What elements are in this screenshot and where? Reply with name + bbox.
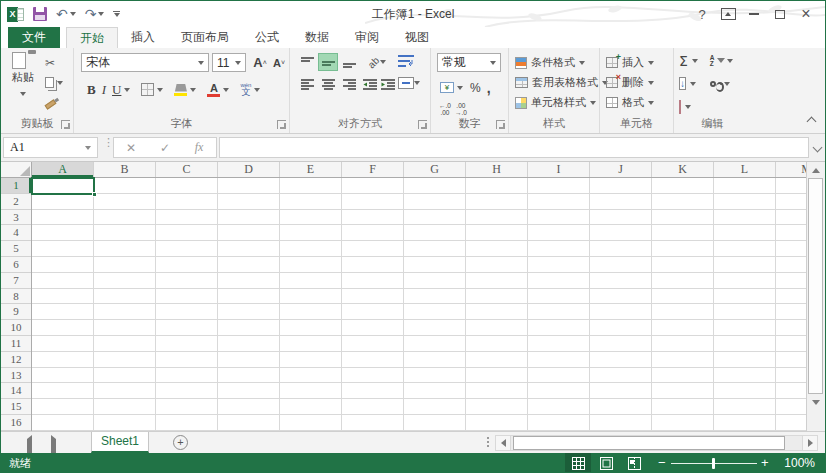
autosum-button[interactable]: Σ	[679, 53, 688, 69]
cancel-button[interactable]: ✕	[114, 138, 148, 157]
row-header-13[interactable]: 13	[1, 368, 31, 384]
row-header-11[interactable]: 11	[1, 336, 31, 352]
align-top-button[interactable]	[297, 53, 317, 71]
customize-qat-icon[interactable]	[113, 11, 120, 17]
zoom-slider-thumb[interactable]	[712, 458, 715, 469]
name-box[interactable]: A1	[3, 137, 98, 158]
page-layout-view-button[interactable]	[593, 453, 619, 473]
conditional-formatting-button[interactable]: 条件格式	[515, 54, 585, 71]
row-header-6[interactable]: 6	[1, 257, 31, 273]
tab-page-layout[interactable]: 页面布局	[168, 27, 242, 48]
vertical-scroll-thumb[interactable]	[808, 178, 823, 394]
scroll-up-button[interactable]	[807, 162, 825, 178]
font-color-dropdown-icon[interactable]	[223, 88, 229, 92]
row-header-1[interactable]: 1	[1, 178, 31, 194]
column-header-i[interactable]: I	[528, 162, 590, 177]
row-header-2[interactable]: 2	[1, 194, 31, 210]
undo-dropdown-icon[interactable]	[70, 12, 76, 16]
paste-dropdown-icon[interactable]	[20, 92, 26, 96]
cell-styles-button[interactable]: 单元格样式	[515, 94, 596, 111]
column-header-a[interactable]: A	[32, 162, 94, 177]
increase-decimal-button[interactable]: ←.0.00	[437, 102, 453, 116]
comma-style-button[interactable]: ,	[484, 78, 494, 98]
scroll-left-button[interactable]	[495, 435, 511, 451]
font-dialog-launcher-icon[interactable]	[277, 120, 286, 129]
column-header-j[interactable]: J	[590, 162, 652, 177]
fill-button[interactable]: ↓	[679, 77, 686, 90]
merge-center-button[interactable]	[394, 74, 424, 92]
ribbon-display-options-button[interactable]	[715, 3, 741, 25]
fill-color-dropdown-icon[interactable]	[190, 88, 196, 92]
page-break-preview-button[interactable]	[621, 453, 647, 473]
scroll-right-button[interactable]	[802, 435, 818, 451]
percent-style-button[interactable]: %	[467, 78, 484, 98]
tab-insert[interactable]: 插入	[118, 27, 168, 48]
redo-dropdown-icon[interactable]	[98, 12, 104, 16]
alignment-dialog-launcher-icon[interactable]	[418, 120, 427, 129]
scroll-down-button[interactable]	[807, 394, 825, 410]
delete-cells-button[interactable]: 删除	[606, 74, 654, 91]
accounting-format-button[interactable]: ¥	[437, 78, 457, 98]
new-sheet-button[interactable]: +	[173, 435, 188, 450]
accounting-dropdown-icon[interactable]	[457, 86, 463, 90]
paste-button[interactable]: 粘贴	[6, 53, 40, 119]
cut-button[interactable]: ✂	[45, 55, 63, 70]
column-header-b[interactable]: B	[94, 162, 156, 177]
undo-button[interactable]: ↶	[56, 7, 76, 21]
zoom-in-button[interactable]: +	[761, 453, 769, 473]
column-header-l[interactable]: L	[714, 162, 776, 177]
save-icon[interactable]	[33, 7, 47, 21]
clear-dropdown-icon[interactable]	[685, 105, 691, 109]
row-header-9[interactable]: 9	[1, 304, 31, 320]
orientation-button[interactable]: ab	[364, 53, 390, 71]
shrink-font-button[interactable]: A˅	[270, 53, 288, 72]
row-header-12[interactable]: 12	[1, 352, 31, 368]
column-header-m[interactable]: M	[776, 162, 806, 177]
tab-review[interactable]: 审阅	[342, 27, 392, 48]
horizontal-scroll-thumb[interactable]	[513, 436, 785, 450]
decrease-decimal-button[interactable]: .00→.0	[453, 102, 469, 116]
number-dialog-launcher-icon[interactable]	[496, 120, 505, 129]
align-middle-button[interactable]	[318, 53, 338, 71]
align-center-button[interactable]	[318, 75, 338, 93]
column-header-f[interactable]: F	[342, 162, 404, 177]
phonetic-dropdown-icon[interactable]	[254, 88, 260, 92]
collapse-ribbon-icon[interactable]	[807, 117, 817, 127]
formula-input[interactable]	[219, 137, 809, 158]
decrease-indent-button[interactable]	[360, 75, 380, 93]
row-header-4[interactable]: 4	[1, 225, 31, 241]
underline-button[interactable]: U	[109, 80, 124, 100]
tab-file[interactable]: 文件	[8, 27, 60, 48]
insert-cells-button[interactable]: 插入	[606, 54, 654, 71]
format-painter-button[interactable]	[45, 95, 63, 110]
sheet-prev-button[interactable]	[27, 439, 32, 453]
find-select-button[interactable]	[710, 81, 730, 87]
fill-dropdown-icon[interactable]	[690, 82, 696, 86]
select-all-corner[interactable]	[1, 162, 32, 178]
number-format-select[interactable]: 常规	[437, 53, 501, 72]
wrap-text-button[interactable]	[394, 52, 418, 70]
expand-formula-bar-icon[interactable]	[813, 143, 823, 153]
tab-home[interactable]: 开始	[66, 27, 118, 48]
grow-font-button[interactable]: A˄	[251, 53, 269, 72]
column-header-d[interactable]: D	[218, 162, 280, 177]
sheet-tab-sheet1[interactable]: Sheet1	[91, 432, 149, 453]
sheet-next-button[interactable]	[51, 439, 56, 453]
sort-filter-button[interactable]: AZ	[710, 55, 733, 67]
column-header-h[interactable]: H	[466, 162, 528, 177]
borders-button[interactable]	[138, 80, 157, 100]
row-header-15[interactable]: 15	[1, 399, 31, 415]
row-header-14[interactable]: 14	[1, 383, 31, 399]
tab-view[interactable]: 视图	[392, 27, 442, 48]
tab-formulas[interactable]: 公式	[242, 27, 292, 48]
minimize-button[interactable]	[741, 3, 767, 25]
phonetic-guide-button[interactable]: wén文	[237, 80, 254, 100]
font-name-select[interactable]: 宋体	[81, 53, 209, 72]
zoom-out-button[interactable]: −	[658, 453, 666, 473]
help-button[interactable]: ?	[689, 3, 715, 25]
align-right-button[interactable]	[339, 75, 359, 93]
format-as-table-button[interactable]: 套用表格格式	[515, 74, 608, 91]
row-header-16[interactable]: 16	[1, 415, 31, 431]
font-size-select[interactable]: 11	[212, 53, 246, 72]
row-header-8[interactable]: 8	[1, 289, 31, 305]
